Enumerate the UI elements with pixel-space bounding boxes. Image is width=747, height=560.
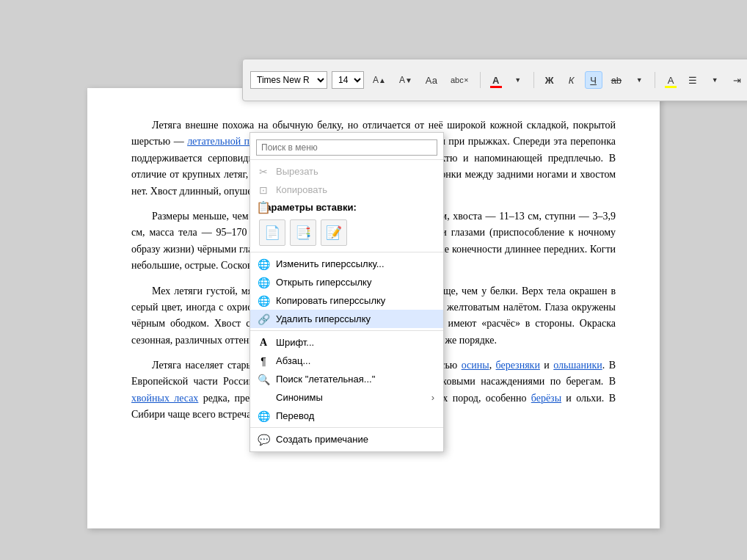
cm-open-hyperlink[interactable]: 🌐 Открыть гиперссылку: [250, 273, 443, 291]
context-menu-search[interactable]: [250, 136, 443, 160]
paste-merge-icon: 📑: [295, 225, 311, 241]
font-color-btn[interactable]: A: [487, 71, 505, 89]
font-size-select[interactable]: 14: [332, 71, 364, 89]
cm-search-word[interactable]: 🔍 Поиск "летательная...": [250, 370, 443, 388]
cm-edit-hyperlink[interactable]: 🌐 Изменить гиперссылку...: [250, 255, 443, 273]
cm-cut: ✂ Вырезать: [250, 162, 443, 181]
copy-icon: ⊡: [256, 184, 271, 196]
search-icon: 🔍: [256, 374, 271, 385]
hyperlink-edit-icon: 🌐: [256, 258, 271, 270]
paste-text-icon: 📝: [326, 225, 342, 241]
strikethrough-btn[interactable]: ab: [607, 71, 626, 89]
separator2: [533, 72, 534, 88]
decrease-font-btn[interactable]: A▼: [395, 71, 417, 89]
hyperlink-remove-icon: 🔗: [256, 313, 271, 325]
cm-translate[interactable]: 🌐 Перевод: [250, 407, 443, 425]
cm-copy-hyperlink[interactable]: 🌐 Копировать гиперссылку: [250, 291, 443, 310]
underline-btn[interactable]: Ч: [585, 71, 602, 89]
clear-formatting-small-btn[interactable]: abc✕: [446, 71, 473, 89]
increase-font-btn[interactable]: A▲: [368, 71, 390, 89]
link-осины[interactable]: осины: [462, 360, 489, 371]
search-input[interactable]: [256, 139, 437, 156]
change-case-btn[interactable]: Аа: [421, 71, 442, 89]
toolbar: Times New R 14 A▲ A▼ Аа abc✕ A ▼ Ж К Ч a…: [242, 59, 747, 101]
indent-btn[interactable]: ⇥: [728, 71, 746, 89]
font-name-select[interactable]: Times New R: [250, 71, 327, 89]
synonyms-arrow: ›: [431, 392, 434, 403]
cm-paste-label: 📋 Параметры вставки:: [250, 199, 443, 216]
font-icon: A: [256, 337, 271, 349]
translate-icon: 🌐: [256, 410, 271, 422]
bold-btn[interactable]: Ж: [541, 71, 558, 89]
italic-btn[interactable]: К: [563, 71, 580, 89]
list-btn[interactable]: ☰: [684, 71, 702, 89]
separator-3: [250, 427, 443, 428]
link-березняки[interactable]: березняки: [496, 360, 540, 371]
cut-icon: ✂: [256, 166, 271, 178]
cm-paragraph[interactable]: ¶ Абзац...: [250, 352, 443, 370]
hyperlink-open-icon: 🌐: [256, 277, 271, 288]
separator3: [655, 72, 655, 88]
cm-synonyms[interactable]: Синонимы ›: [250, 388, 443, 407]
cm-font[interactable]: A Шрифт...: [250, 333, 443, 352]
paragraph-icon: ¶: [256, 355, 271, 367]
cm-create-note[interactable]: 💬 Создать примечание: [250, 430, 443, 448]
paste-merge-format-btn[interactable]: 📑: [290, 219, 316, 246]
document-container: Times New R 14 A▲ A▼ Аа abc✕ A ▼ Ж К Ч a…: [15, 15, 732, 560]
highlight-color-btn[interactable]: А: [662, 71, 679, 89]
link-берёзы[interactable]: берёзы: [531, 393, 561, 404]
paste-keep-format-btn[interactable]: 📄: [259, 219, 285, 246]
separator-2: [250, 330, 443, 331]
hyperlink-copy-icon: 🌐: [256, 295, 271, 307]
context-menu: ✂ Вырезать ⊡ Копировать 📋 Параметры вста…: [249, 132, 444, 452]
link-хвойных-лесах[interactable]: хвойных лесах: [131, 393, 198, 404]
separator1: [480, 72, 481, 88]
down-arrow-color-btn[interactable]: ▼: [509, 71, 527, 89]
separator-1: [250, 252, 443, 252]
create-note-icon: 💬: [256, 434, 271, 446]
paste-text-only-btn[interactable]: 📝: [321, 219, 347, 246]
highlight-down-btn[interactable]: ▼: [630, 71, 648, 89]
list-down-btn[interactable]: ▼: [706, 71, 724, 89]
paste-options: 📄 📑 📝: [250, 216, 443, 250]
paste-keep-icon: 📄: [264, 225, 280, 241]
link-ольшаники[interactable]: ольшаники: [553, 360, 602, 371]
paste-icon: 📋: [256, 200, 271, 214]
cm-remove-hyperlink[interactable]: 🔗 Удалить гиперссылку: [250, 310, 443, 328]
cm-copy: ⊡ Копировать: [250, 181, 443, 199]
